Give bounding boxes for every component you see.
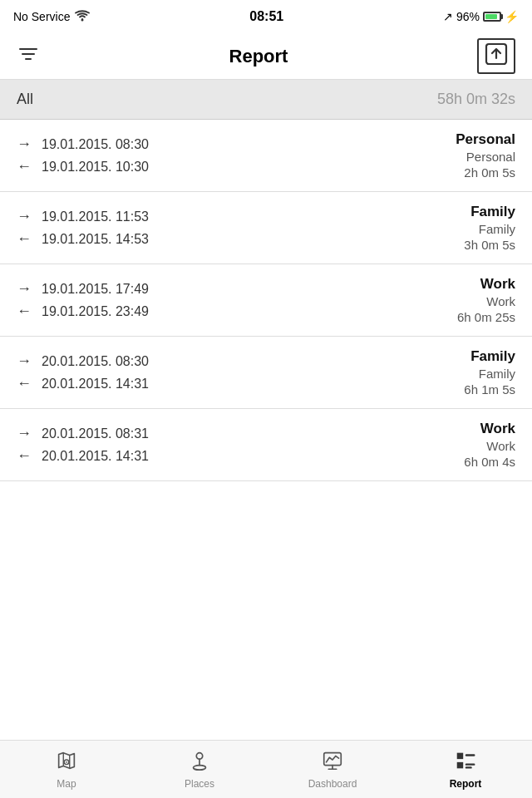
- category-bold: Personal: [456, 131, 515, 148]
- category-bold: Work: [480, 276, 515, 293]
- carrier-label: No Service: [13, 10, 70, 23]
- dashboard-icon: [321, 749, 344, 776]
- direction-icon: ↗: [443, 10, 453, 23]
- records-list: → 19.01.2015. 08:30 ← 19.01.2015. 10:30 …: [0, 120, 532, 740]
- table-row[interactable]: → 20.01.2015. 08:31 ← 20.01.2015. 14:31 …: [0, 409, 532, 481]
- duration-label: 6h 0m 25s: [457, 310, 515, 324]
- nav-label-map: Map: [57, 778, 76, 790]
- report-icon: [454, 749, 477, 776]
- nav-label-report: Report: [450, 778, 482, 790]
- category-label: Personal: [466, 150, 515, 164]
- charging-icon: ⚡: [505, 10, 519, 23]
- map-icon: [55, 749, 78, 776]
- duration-label: 6h 0m 4s: [464, 455, 515, 469]
- start-date: 19.01.2015. 17:49: [42, 282, 149, 297]
- start-date: 20.01.2015. 08:30: [42, 354, 149, 369]
- nav-label-places: Places: [185, 778, 214, 790]
- svg-point-0: [81, 18, 84, 21]
- wifi-icon: [75, 10, 90, 24]
- table-row[interactable]: → 19.01.2015. 17:49 ← 19.01.2015. 23:49 …: [0, 264, 532, 337]
- record-info: Personal Personal 2h 0m 5s: [456, 131, 515, 180]
- page-title: Report: [229, 46, 288, 67]
- table-row[interactable]: → 20.01.2015. 08:30 ← 20.01.2015. 14:31 …: [0, 337, 532, 409]
- summary-label: All: [17, 91, 33, 108]
- record-dates: → 20.01.2015. 08:30 ← 20.01.2015. 14:31: [17, 352, 149, 392]
- bottom-nav: Map Places Dashboard: [0, 740, 532, 798]
- nav-label-dashboard: Dashboard: [308, 778, 357, 790]
- svg-point-10: [196, 753, 202, 759]
- duration-label: 3h 0m 5s: [464, 238, 515, 252]
- status-right: ↗ 96% ⚡: [443, 10, 519, 23]
- table-row[interactable]: → 19.01.2015. 08:30 ← 19.01.2015. 10:30 …: [0, 120, 532, 192]
- battery-percent: 96%: [456, 10, 480, 23]
- export-button[interactable]: [477, 38, 515, 74]
- arrow-in-icon: →: [17, 352, 33, 370]
- svg-point-11: [194, 766, 206, 771]
- end-date: 19.01.2015. 14:53: [42, 232, 149, 247]
- category-bold: Work: [480, 421, 515, 437]
- filter-icon[interactable]: [17, 42, 40, 71]
- arrow-in-icon: →: [17, 425, 33, 442]
- nav-item-dashboard[interactable]: Dashboard: [266, 741, 399, 798]
- category-bold: Family: [470, 204, 515, 220]
- record-info: Family Family 6h 1m 5s: [464, 348, 515, 397]
- duration-label: 2h 0m 5s: [464, 165, 515, 180]
- category-label: Family: [479, 222, 515, 236]
- places-icon: [188, 749, 211, 776]
- category-label: Work: [486, 439, 515, 453]
- record-dates: → 19.01.2015. 17:49 ← 19.01.2015. 23:49: [17, 280, 149, 320]
- svg-point-9: [66, 761, 67, 763]
- summary-value: 58h 0m 32s: [437, 91, 515, 108]
- record-info: Work Work 6h 0m 25s: [457, 276, 515, 324]
- start-date: 19.01.2015. 11:53: [42, 209, 149, 224]
- category-label: Work: [486, 294, 515, 308]
- arrow-out-icon: ←: [17, 303, 33, 320]
- record-info: Work Work 6h 0m 4s: [464, 421, 515, 469]
- arrow-out-icon: ←: [17, 158, 33, 175]
- arrow-out-icon: ←: [17, 375, 33, 392]
- end-date: 19.01.2015. 10:30: [42, 160, 149, 175]
- status-bar: No Service 08:51 ↗ 96% ⚡: [0, 0, 532, 33]
- arrow-out-icon: ←: [17, 447, 33, 465]
- nav-item-map[interactable]: Map: [0, 741, 133, 798]
- nav-item-report[interactable]: Report: [399, 741, 532, 798]
- status-left: No Service: [13, 10, 90, 24]
- record-dates: → 19.01.2015. 11:53 ← 19.01.2015. 14:53: [17, 208, 149, 248]
- arrow-out-icon: ←: [17, 230, 33, 248]
- start-date: 20.01.2015. 08:31: [42, 426, 149, 441]
- battery-icon: [483, 12, 501, 22]
- end-date: 19.01.2015. 23:49: [42, 304, 149, 319]
- category-label: Family: [479, 367, 515, 381]
- table-row[interactable]: → 19.01.2015. 11:53 ← 19.01.2015. 14:53 …: [0, 192, 532, 264]
- record-dates: → 20.01.2015. 08:31 ← 20.01.2015. 14:31: [17, 425, 149, 465]
- record-dates: → 19.01.2015. 08:30 ← 19.01.2015. 10:30: [17, 135, 149, 175]
- svg-rect-16: [457, 753, 463, 759]
- record-info: Family Family 3h 0m 5s: [464, 204, 515, 252]
- svg-rect-18: [457, 762, 463, 768]
- arrow-in-icon: →: [17, 135, 33, 153]
- nav-item-places[interactable]: Places: [133, 741, 266, 798]
- end-date: 20.01.2015. 14:31: [42, 377, 149, 392]
- summary-row: All 58h 0m 32s: [0, 80, 532, 120]
- header: Report: [0, 33, 532, 80]
- start-date: 19.01.2015. 08:30: [42, 137, 149, 152]
- status-time: 08:51: [249, 9, 283, 24]
- end-date: 20.01.2015. 14:31: [42, 449, 149, 464]
- category-bold: Family: [470, 348, 515, 365]
- duration-label: 6h 1m 5s: [464, 382, 515, 397]
- arrow-in-icon: →: [17, 280, 33, 298]
- arrow-in-icon: →: [17, 208, 33, 225]
